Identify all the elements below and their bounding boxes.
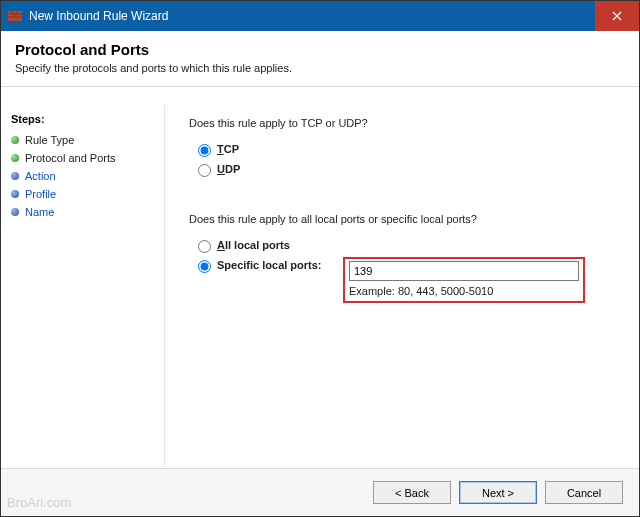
specific-ports-input[interactable] [349,261,579,281]
step-label: Name [25,206,54,218]
close-button[interactable] [595,1,639,31]
cancel-button[interactable]: Cancel [545,481,623,504]
step-rule-type[interactable]: Rule Type [11,131,154,149]
radio-udp[interactable] [198,164,211,177]
step-profile[interactable]: Profile [11,185,154,203]
titlebar[interactable]: New Inbound Rule Wizard [1,1,639,31]
radio-all-ports-row[interactable]: All local ports [193,237,621,253]
bullet-icon [11,154,19,162]
main-pane: Does this rule apply to TCP or UDP? TCP … [165,105,639,468]
step-label: Rule Type [25,134,74,146]
radio-specific-ports[interactable] [198,260,211,273]
radio-all-ports[interactable] [198,240,211,253]
back-button[interactable]: < Back [373,481,451,504]
button-row: < Back Next > Cancel [1,468,639,516]
step-name[interactable]: Name [11,203,154,221]
radio-specific-ports-label: Specific local ports: [217,259,322,271]
radio-specific-ports-row[interactable]: Specific local ports: [193,257,343,273]
steps-pane: Steps: Rule Type Protocol and Ports Acti… [1,105,165,468]
divider [1,86,639,87]
radio-udp-row[interactable]: UDP [193,161,621,177]
protocol-question: Does this rule apply to TCP or UDP? [189,117,621,129]
radio-tcp-label: TCP [217,143,239,155]
radio-tcp[interactable] [198,144,211,157]
next-button[interactable]: Next > [459,481,537,504]
window-title: New Inbound Rule Wizard [29,9,168,23]
ports-example: Example: 80, 443, 5000-5010 [349,285,579,297]
radio-udp-label: UDP [217,163,240,175]
highlight-box: Example: 80, 443, 5000-5010 [343,257,585,303]
radio-tcp-row[interactable]: TCP [193,141,621,157]
steps-heading: Steps: [11,113,154,125]
bullet-icon [11,136,19,144]
page-subtitle: Specify the protocols and ports to which… [15,62,625,74]
step-label: Protocol and Ports [25,152,116,164]
radio-all-ports-label: All local ports [217,239,290,251]
page-title: Protocol and Ports [15,41,625,58]
step-action[interactable]: Action [11,167,154,185]
step-protocol-and-ports[interactable]: Protocol and Ports [11,149,154,167]
wizard-window: New Inbound Rule Wizard Protocol and Por… [0,0,640,517]
bullet-icon [11,172,19,180]
step-label: Action [25,170,56,182]
ports-question: Does this rule apply to all local ports … [189,213,621,225]
bullet-icon [11,190,19,198]
firewall-icon [7,8,23,24]
bullet-icon [11,208,19,216]
step-label: Profile [25,188,56,200]
